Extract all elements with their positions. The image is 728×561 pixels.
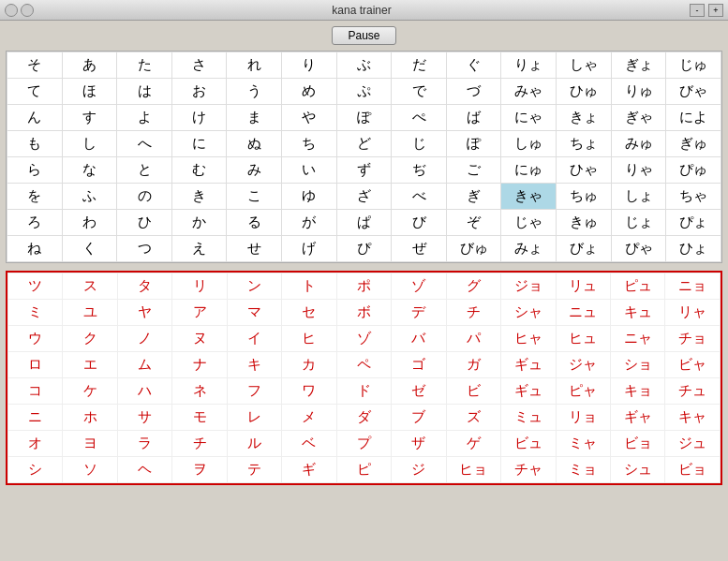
katakana-cell[interactable]: ビョ [610,431,664,457]
katakana-cell[interactable]: デ [392,300,446,326]
katakana-cell[interactable]: ミ [8,300,63,326]
katakana-cell[interactable]: ユ [63,300,117,326]
hiragana-cell[interactable]: に [171,131,227,157]
hiragana-cell[interactable]: ぎ [446,184,501,210]
hiragana-cell[interactable]: ちゃ [666,184,721,210]
window-controls[interactable] [5,4,34,17]
katakana-cell[interactable]: リャ [665,300,721,326]
katakana-cell[interactable]: ナ [172,352,227,378]
katakana-cell[interactable]: ビャ [665,352,721,378]
hiragana-cell[interactable]: じょ [611,210,666,236]
hiragana-cell[interactable]: びゅ [446,236,501,262]
hiragana-cell[interactable]: ふ [62,184,117,210]
hiragana-cell[interactable]: づ [446,79,501,105]
hiragana-cell[interactable]: か [171,210,227,236]
hiragana-cell[interactable]: ひ [117,210,172,236]
katakana-cell[interactable]: ピ [336,457,391,483]
hiragana-cell[interactable]: ゆ [282,184,337,210]
katakana-cell[interactable]: チ [172,431,227,457]
hiragana-cell[interactable]: ぺ [392,105,447,131]
katakana-cell[interactable]: モ [172,405,227,431]
katakana-cell[interactable]: ギュ [501,378,556,405]
hiragana-cell[interactable]: な [62,157,117,184]
katakana-cell[interactable]: メ [282,405,336,431]
hiragana-cell[interactable]: ぎゅ [666,131,721,157]
hiragana-cell[interactable]: ほ [62,79,117,105]
katakana-cell[interactable]: ヤ [117,300,171,326]
katakana-cell[interactable]: ロ [8,352,63,378]
hiragana-cell[interactable]: りゅ [611,79,666,105]
katakana-cell[interactable]: ヒョ [446,457,500,483]
hiragana-cell[interactable]: ご [446,157,501,184]
zoom-button[interactable]: - [690,4,705,17]
hiragana-cell[interactable]: にゃ [501,105,557,131]
hiragana-cell[interactable]: しゅ [501,131,557,157]
katakana-cell[interactable]: テ [227,457,281,483]
hiragana-cell[interactable]: ぴゃ [611,236,666,262]
hiragana-cell[interactable]: ろ [7,210,63,236]
hiragana-cell[interactable]: ちょ [557,131,612,157]
katakana-cell[interactable]: ミョ [556,457,610,483]
katakana-cell[interactable]: ニョ [665,273,721,300]
katakana-cell[interactable]: タ [117,273,171,300]
hiragana-cell[interactable]: しょ [611,184,666,210]
hiragana-cell[interactable]: みゃ [501,79,557,105]
hiragana-cell[interactable]: も [7,131,63,157]
katakana-cell[interactable]: ン [227,273,281,300]
katakana-cell[interactable]: ガ [446,352,500,378]
katakana-cell[interactable]: キ [227,352,281,378]
katakana-cell[interactable]: ジュ [665,431,721,457]
katakana-cell[interactable]: ギ [282,457,336,483]
katakana-cell[interactable]: ポ [336,273,391,300]
hiragana-cell[interactable]: と [117,157,172,184]
hiragana-cell[interactable]: ず [336,157,392,184]
hiragana-cell[interactable]: ひゃ [557,157,612,184]
katakana-cell[interactable]: シャ [501,300,556,326]
hiragana-cell[interactable]: びゃ [666,79,721,105]
katakana-cell[interactable]: エ [63,352,117,378]
hiragana-cell[interactable]: ぢ [392,157,447,184]
katakana-cell[interactable]: イ [227,326,281,352]
hiragana-cell[interactable]: ちゅ [557,184,612,210]
hiragana-cell[interactable]: で [392,79,447,105]
hiragana-cell[interactable]: ぬ [227,131,282,157]
katakana-cell[interactable]: ヒ [282,326,336,352]
katakana-cell[interactable]: リョ [556,405,610,431]
hiragana-cell[interactable]: さ [171,52,227,79]
hiragana-cell[interactable]: ぴゅ [666,157,721,184]
katakana-cell[interactable]: ボ [336,300,391,326]
katakana-cell[interactable]: フ [227,378,281,405]
katakana-cell[interactable]: バ [392,326,446,352]
katakana-cell[interactable]: チュ [665,378,721,405]
katakana-cell[interactable]: チャ [501,457,556,483]
hiragana-cell[interactable]: よ [117,105,172,131]
katakana-cell[interactable]: コ [8,378,63,405]
katakana-cell[interactable]: ク [63,326,117,352]
hiragana-cell[interactable]: む [171,157,227,184]
hiragana-cell[interactable]: きゃ [501,184,557,210]
katakana-cell[interactable]: ツ [8,273,63,300]
hiragana-cell[interactable]: しゃ [557,52,612,79]
katakana-cell[interactable]: ウ [8,326,63,352]
hiragana-cell[interactable]: りょ [501,52,557,79]
katakana-cell[interactable]: ビュ [501,431,556,457]
hiragana-cell[interactable]: わ [62,210,117,236]
katakana-cell[interactable]: ア [172,300,227,326]
katakana-cell[interactable]: キャ [665,405,721,431]
hiragana-cell[interactable]: ん [7,105,63,131]
hiragana-cell[interactable]: が [282,210,337,236]
hiragana-cell[interactable]: の [117,184,172,210]
katakana-cell[interactable]: セ [282,300,336,326]
katakana-cell[interactable]: ブ [392,405,446,431]
katakana-cell[interactable]: ダ [336,405,391,431]
hiragana-cell[interactable]: ざ [336,184,392,210]
hiragana-cell[interactable]: そ [7,52,63,79]
katakana-cell[interactable]: ゲ [446,431,500,457]
hiragana-cell[interactable]: ぐ [446,52,501,79]
hiragana-cell[interactable]: す [62,105,117,131]
hiragana-cell[interactable]: や [282,105,337,131]
hiragana-cell[interactable]: え [171,236,227,262]
hiragana-cell[interactable]: りゃ [611,157,666,184]
hiragana-cell[interactable]: あ [62,52,117,79]
katakana-cell[interactable]: ケ [63,378,117,405]
